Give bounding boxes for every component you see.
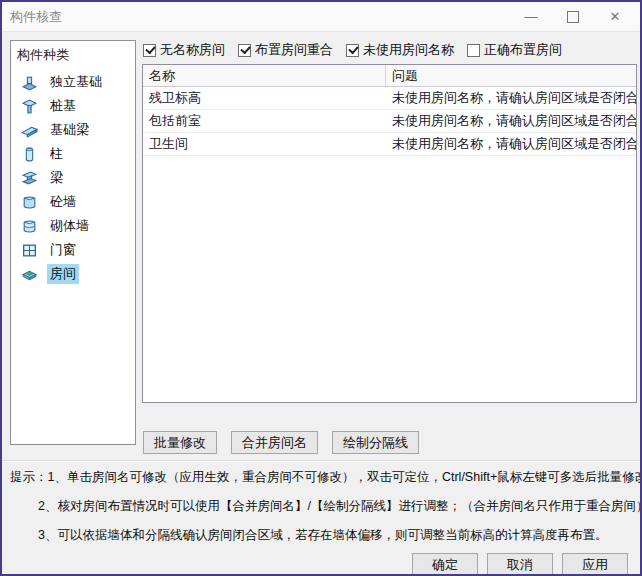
filter-label: 布置房间重合 <box>255 41 333 59</box>
filter-label: 正确布置房间 <box>484 41 562 59</box>
component-type-label: 构件种类 <box>11 41 135 68</box>
concrete-wall-icon <box>21 194 38 211</box>
sidebar-item-column[interactable]: 柱 <box>11 142 135 166</box>
room-name-cell[interactable]: 包括前室 <box>143 110 386 132</box>
apply-button[interactable]: 应用 <box>562 553 628 576</box>
window-controls: — ✕ <box>510 2 636 31</box>
minimize-button[interactable]: — <box>510 3 552 31</box>
independent-foundation-icon <box>21 74 38 91</box>
sidebar-item-label: 门窗 <box>47 240 79 260</box>
sidebar-item-beam[interactable]: 梁 <box>11 166 135 190</box>
checkbox-icon <box>143 44 156 57</box>
tip-line-3: 3、可以依据墙体和分隔线确认房间闭合区域，若存在墙体偏移，则可调整当前标高的计算… <box>10 526 636 555</box>
sidebar-item-label: 柱 <box>47 144 66 164</box>
room-name-cell[interactable]: 残卫标高 <box>143 87 386 109</box>
sidebar-item-label: 独立基础 <box>47 72 105 92</box>
filter-overlapping-room[interactable]: 布置房间重合 <box>238 41 333 59</box>
tips-divider <box>2 460 640 462</box>
sidebar-item-concrete-wall[interactable]: 砼墙 <box>11 190 135 214</box>
issue-cell: 未使用房间名称，请确认房间区域是否闭合 <box>386 110 636 132</box>
foundation-beam-icon <box>21 122 38 139</box>
window-title: 构件核查 <box>10 8 62 26</box>
filter-label: 未使用房间名称 <box>363 41 454 59</box>
sidebar-item-label: 房间 <box>47 264 79 284</box>
component-type-panel: 构件种类 独立基础 桩基 基础梁 <box>10 40 136 445</box>
sidebar-item-label: 基础梁 <box>47 120 92 140</box>
component-check-dialog: 构件核查 — ✕ 构件种类 独立基础 桩基 <box>0 0 642 576</box>
filter-unused-room-name[interactable]: 未使用房间名称 <box>346 41 454 59</box>
masonry-wall-icon <box>21 218 38 235</box>
sidebar-item-room[interactable]: 房间 <box>11 262 135 286</box>
checkbox-icon <box>238 44 251 57</box>
door-window-icon <box>21 242 38 259</box>
column-icon <box>21 146 38 163</box>
column-header-issue[interactable]: 问题 <box>386 65 636 86</box>
footer-bar: 确定 取消 应用 <box>403 553 628 576</box>
sidebar-item-foundation-beam[interactable]: 基础梁 <box>11 118 135 142</box>
table-row[interactable]: 残卫标高 未使用房间名称，请确认房间区域是否闭合 <box>143 87 636 110</box>
action-bar: 批量修改 合并房间名 绘制分隔线 <box>143 431 433 454</box>
beam-icon <box>21 170 38 187</box>
tip-line-1: 提示：1、单击房间名可修改（应用生效，重合房间不可修改），双击可定位，Ctrl/… <box>10 468 636 497</box>
batch-modify-button[interactable]: 批量修改 <box>143 431 217 454</box>
sidebar-item-label: 桩基 <box>47 96 79 116</box>
room-name-cell[interactable]: 卫生间 <box>143 133 386 155</box>
table-header: 名称 问题 <box>143 65 636 87</box>
ok-button[interactable]: 确定 <box>412 553 478 576</box>
issue-table: 名称 问题 残卫标高 未使用房间名称，请确认房间区域是否闭合 包括前室 未使用房… <box>142 64 637 403</box>
component-type-list: 独立基础 桩基 基础梁 柱 <box>11 70 135 286</box>
pile-foundation-icon <box>21 98 38 115</box>
room-icon <box>21 266 38 283</box>
filter-unnamed-room[interactable]: 无名称房间 <box>143 41 225 59</box>
merge-room-name-button[interactable]: 合并房间名 <box>231 431 318 454</box>
issue-cell: 未使用房间名称，请确认房间区域是否闭合 <box>386 87 636 109</box>
checkbox-icon <box>346 44 359 57</box>
draw-divider-button[interactable]: 绘制分隔线 <box>332 431 419 454</box>
sidebar-item-label: 砌体墙 <box>47 216 92 236</box>
column-header-name[interactable]: 名称 <box>143 65 386 86</box>
cancel-button[interactable]: 取消 <box>487 553 553 576</box>
filter-label: 无名称房间 <box>160 41 225 59</box>
checkbox-icon <box>467 44 480 57</box>
filter-correctly-placed-room[interactable]: 正确布置房间 <box>467 41 562 59</box>
sidebar-item-masonry-wall[interactable]: 砌体墙 <box>11 214 135 238</box>
sidebar-item-label: 砼墙 <box>47 192 79 212</box>
sidebar-item-pile-foundation[interactable]: 桩基 <box>11 94 135 118</box>
filter-bar: 无名称房间 布置房间重合 未使用房间名称 正确布置房间 <box>143 41 575 59</box>
sidebar-item-independent-foundation[interactable]: 独立基础 <box>11 70 135 94</box>
sidebar-item-door-window[interactable]: 门窗 <box>11 238 135 262</box>
sidebar-item-label: 梁 <box>47 168 66 188</box>
table-row[interactable]: 包括前室 未使用房间名称，请确认房间区域是否闭合 <box>143 110 636 133</box>
maximize-icon <box>567 11 579 23</box>
tip-line-2: 2、核对房间布置情况时可以使用【合并房间名】/【绘制分隔线】进行调整；（合并房间… <box>10 497 636 526</box>
maximize-button[interactable] <box>552 3 594 31</box>
tips-section: 提示：1、单击房间名可修改（应用生效，重合房间不可修改），双击可定位，Ctrl/… <box>10 468 636 555</box>
table-row[interactable]: 卫生间 未使用房间名称，请确认房间区域是否闭合 <box>143 133 636 156</box>
close-button[interactable]: ✕ <box>594 3 636 31</box>
issue-cell: 未使用房间名称，请确认房间区域是否闭合 <box>386 133 636 155</box>
